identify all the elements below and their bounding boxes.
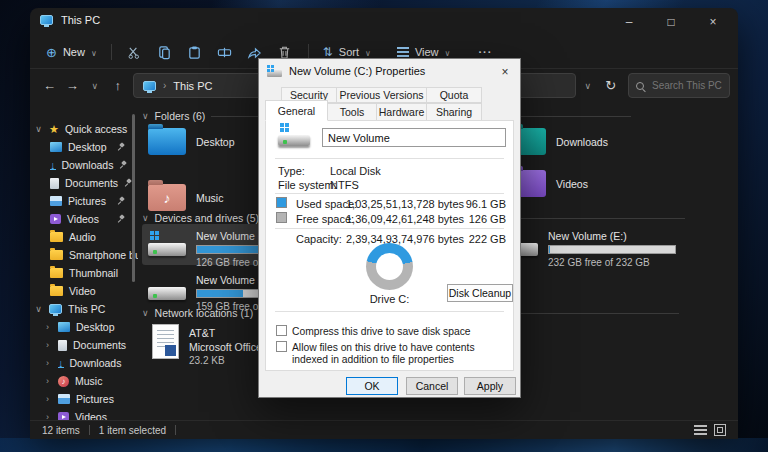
chevron-down-icon[interactable]: ∨ xyxy=(142,308,149,318)
this-pc-icon xyxy=(49,304,62,314)
sidebar-quick-access[interactable]: ∨ ★ Quick access xyxy=(30,120,138,138)
refresh-button[interactable]: ↻ xyxy=(599,74,622,98)
sidebar-item-pictures[interactable]: Pictures xyxy=(30,192,138,210)
search-icon xyxy=(636,82,644,90)
separator xyxy=(275,193,504,194)
capacity-bar-e xyxy=(548,245,676,254)
large-icons-view-icon[interactable] xyxy=(714,424,726,436)
cut-button[interactable] xyxy=(120,39,150,65)
search-input[interactable] xyxy=(650,79,724,92)
type-label: Type: xyxy=(278,165,305,177)
tab-previous-versions[interactable]: Previous Versions xyxy=(336,87,427,103)
chevron-down-icon[interactable]: ∨ xyxy=(142,213,149,223)
details-view-icon[interactable] xyxy=(694,425,707,436)
minimize-button[interactable]: – xyxy=(608,8,650,36)
dialog-close-button[interactable]: × xyxy=(495,63,515,80)
sidebar-item-documents[interactable]: Documents xyxy=(30,174,138,192)
folder-tile-music[interactable]: ♪ Music xyxy=(148,184,223,211)
tab-tools[interactable]: Tools xyxy=(327,103,377,121)
tab-general[interactable]: General xyxy=(265,100,328,121)
drive-label: Drive C: xyxy=(354,293,425,305)
sort-button-label: Sort xyxy=(339,46,359,58)
used-space-bytes: 1,03,25,51,13,728 bytes xyxy=(338,198,464,210)
folder-icon xyxy=(50,250,63,260)
separator xyxy=(275,158,504,159)
sidebar-scrollbar[interactable] xyxy=(132,114,135,282)
volume-icon xyxy=(278,135,310,146)
chevron-down-icon[interactable]: ∨ xyxy=(142,111,149,121)
toolbar-divider xyxy=(111,44,112,60)
chevron-right-icon[interactable]: › xyxy=(43,340,52,350)
sidebar-item-downloads[interactable]: ↓ Downloads xyxy=(30,156,138,174)
drive-tile-e[interactable]: New Volume (E:) 232 GB free of 232 GB xyxy=(500,230,676,268)
chevron-right-icon[interactable]: › xyxy=(43,394,52,404)
explorer-tab[interactable]: This PC xyxy=(40,14,100,26)
folder-tile-downloads[interactable]: Downloads xyxy=(508,128,608,155)
paste-button[interactable] xyxy=(180,39,210,65)
recent-locations-button[interactable]: ∨ xyxy=(84,74,107,98)
copy-button[interactable] xyxy=(150,39,180,65)
filesystem-value: NTFS xyxy=(330,179,359,191)
paste-icon xyxy=(187,45,202,60)
sidebar-pc-downloads[interactable]: › ↓ Downloads xyxy=(30,354,138,372)
navigation-pane: ∨ ★ Quick access Desktop ↓ Downloads Doc… xyxy=(30,102,138,420)
pin-icon xyxy=(117,214,126,224)
tab-quota[interactable]: Quota xyxy=(426,87,482,103)
back-button[interactable]: ← xyxy=(38,74,61,98)
view-icon xyxy=(397,47,409,57)
chevron-down-icon[interactable]: ∨ xyxy=(34,304,43,314)
index-checkbox[interactable] xyxy=(276,341,287,352)
chevron-down-icon: ∨ xyxy=(445,49,451,58)
folder-tile-desktop[interactable]: Desktop xyxy=(148,128,235,155)
music-folder-icon: ♪ xyxy=(148,184,186,211)
compress-checkbox[interactable] xyxy=(276,325,287,336)
sidebar-item-video[interactable]: Video xyxy=(30,282,138,300)
tab-sharing[interactable]: Sharing xyxy=(426,103,482,121)
new-button[interactable]: ⊕ New ∨ xyxy=(40,39,103,65)
folder-icon xyxy=(50,286,63,296)
search-box[interactable] xyxy=(628,73,730,98)
disk-cleanup-button[interactable]: Disk Cleanup xyxy=(447,284,513,302)
videos-icon xyxy=(58,412,69,420)
maximize-button[interactable]: □ xyxy=(650,8,692,36)
volume-name-input[interactable] xyxy=(322,128,506,147)
sidebar-pc-music[interactable]: › ♪ Music xyxy=(30,372,138,390)
ok-button[interactable]: OK xyxy=(346,377,398,395)
sidebar-pc-videos[interactable]: › Videos xyxy=(30,408,138,420)
cancel-button[interactable]: Cancel xyxy=(406,377,458,395)
selected-count: 1 item selected xyxy=(99,425,166,436)
close-button[interactable]: × xyxy=(692,8,734,36)
this-pc-icon xyxy=(143,81,156,91)
sidebar-pc-desktop[interactable]: › Desktop xyxy=(30,318,138,336)
sidebar-item-smartphone-buy[interactable]: Smartphone buy xyxy=(30,246,138,264)
chevron-right-icon[interactable]: › xyxy=(43,322,52,332)
folder-icon xyxy=(50,268,63,278)
status-divider xyxy=(89,425,90,435)
sidebar-item-thumbnail[interactable]: Thumbnail xyxy=(30,264,138,282)
sidebar-item-videos[interactable]: Videos xyxy=(30,210,138,228)
downloads-icon: ↓ xyxy=(50,161,56,170)
tab-hardware[interactable]: Hardware xyxy=(376,103,427,121)
sidebar-pc-documents[interactable]: › Documents xyxy=(30,336,138,354)
sidebar-item-desktop[interactable]: Desktop xyxy=(30,138,138,156)
forward-button[interactable]: → xyxy=(61,74,84,98)
rename-icon xyxy=(217,45,232,60)
up-button[interactable]: ↑ xyxy=(106,74,129,98)
chevron-right-icon[interactable]: › xyxy=(43,412,52,420)
index-checkbox-label: Allow files on this drive to have conten… xyxy=(292,342,508,365)
dialog-titlebar[interactable]: New Volume (C:) Properties xyxy=(259,59,520,83)
rename-button[interactable] xyxy=(210,39,240,65)
address-dropdown-button[interactable]: ∨ xyxy=(576,74,599,98)
breadcrumb-this-pc[interactable]: This PC xyxy=(173,80,212,92)
sidebar-pc-pictures[interactable]: › Pictures xyxy=(30,390,138,408)
apply-button[interactable]: Apply xyxy=(464,377,516,395)
used-space-swatch xyxy=(276,197,287,208)
drive-icon xyxy=(267,70,282,77)
chevron-right-icon[interactable]: › xyxy=(43,376,52,386)
compress-checkbox-label: Compress this drive to save disk space xyxy=(292,326,508,338)
separator xyxy=(275,228,504,229)
chevron-right-icon[interactable]: › xyxy=(43,358,52,368)
sidebar-this-pc[interactable]: ∨ This PC xyxy=(30,300,138,318)
sidebar-item-audio[interactable]: Audio xyxy=(30,228,138,246)
chevron-down-icon[interactable]: ∨ xyxy=(34,124,43,134)
